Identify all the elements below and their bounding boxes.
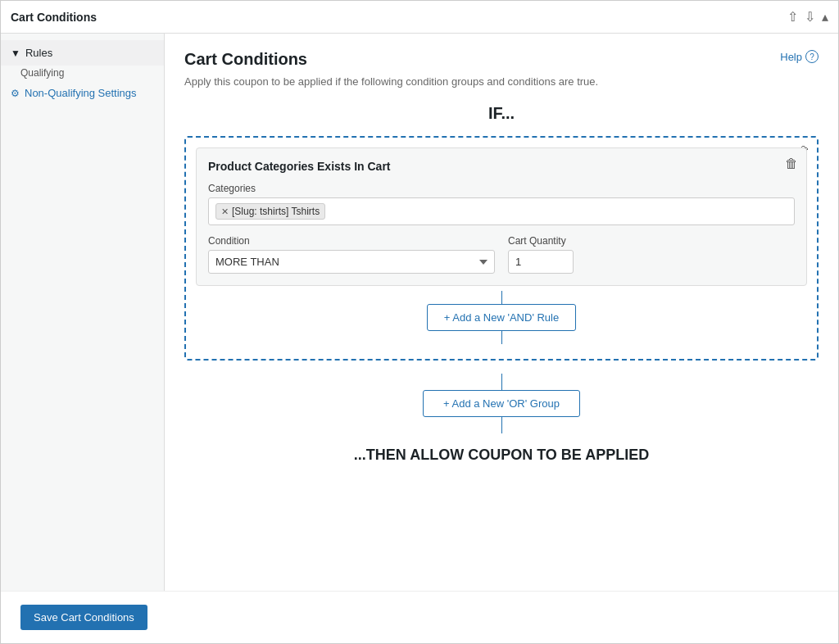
gear-icon: ⚙ xyxy=(11,88,20,99)
arrow-up-icon[interactable]: ⇧ xyxy=(787,9,798,25)
connector-line-top xyxy=(501,291,502,304)
fields-row: Condition MORE THAN LESS THAN EQUAL TO A… xyxy=(208,235,795,274)
sidebar-item-non-qualifying[interactable]: ⚙ Non-Qualifying Settings xyxy=(1,80,164,106)
app-window: Cart Conditions ⇧ ⇩ ▴ ▼ Rules Qualifying… xyxy=(0,0,839,644)
help-link[interactable]: Help ? xyxy=(780,50,819,63)
or-group-connector: + Add a New 'OR' Group xyxy=(184,374,819,433)
tag-remove-icon[interactable]: ✕ xyxy=(221,206,229,217)
add-and-rule-label: + Add a New 'AND' Rule xyxy=(444,311,559,324)
quantity-label: Cart Quantity xyxy=(508,235,795,247)
categories-input[interactable]: ✕ [Slug: tshirts] Tshirts xyxy=(208,197,795,225)
arrow-up-small-icon[interactable]: ▴ xyxy=(822,9,828,25)
condition-label: Condition xyxy=(208,235,495,247)
if-label: IF... xyxy=(184,104,819,123)
window-title: Cart Conditions xyxy=(11,11,97,24)
save-cart-conditions-button[interactable]: Save Cart Conditions xyxy=(20,605,147,630)
or-connector-line-top xyxy=(501,374,502,390)
condition-card-delete-button[interactable]: 🗑 xyxy=(785,156,798,171)
add-or-group-button[interactable]: + Add a New 'OR' Group xyxy=(423,390,580,417)
quantity-field-group: Cart Quantity xyxy=(508,235,795,274)
help-icon: ? xyxy=(805,50,819,63)
description-text: Apply this coupon to be applied if the f… xyxy=(184,75,819,88)
condition-card-title: Product Categories Exists In Cart xyxy=(208,160,795,173)
content-area: Cart Conditions Help ? Apply this coupon… xyxy=(165,34,838,591)
condition-field-group: Condition MORE THAN LESS THAN EQUAL TO A… xyxy=(208,235,495,274)
condition-card: 🗑 Product Categories Exists In Cart Cate… xyxy=(196,147,807,286)
category-tag: ✕ [Slug: tshirts] Tshirts xyxy=(215,203,325,220)
tag-label: [Slug: tshirts] Tshirts xyxy=(232,206,320,217)
help-label: Help xyxy=(780,51,802,63)
categories-label: Categories xyxy=(208,183,795,194)
sidebar-item-rules[interactable]: ▼ Rules xyxy=(1,40,164,66)
sidebar-rules-label: Rules xyxy=(25,47,52,59)
connector-line-bottom xyxy=(501,331,502,344)
page-title: Cart Conditions xyxy=(184,50,307,69)
or-connector-line-bottom xyxy=(501,417,502,433)
condition-group: 🗑 🗑 Product Categories Exists In Cart Ca… xyxy=(184,136,819,361)
qualifying-label[interactable]: Qualifying xyxy=(1,66,164,80)
sidebar: ▼ Rules Qualifying ⚙ Non-Qualifying Sett… xyxy=(1,34,165,591)
sidebar-non-qualifying-label: Non-Qualifying Settings xyxy=(25,87,137,99)
and-connector: + Add a New 'AND' Rule xyxy=(196,291,807,344)
quantity-input[interactable] xyxy=(508,250,574,274)
title-bar: Cart Conditions ⇧ ⇩ ▴ xyxy=(1,1,838,34)
save-section: Save Cart Conditions xyxy=(1,591,838,643)
then-label: ...THEN ALLOW COUPON TO BE APPLIED xyxy=(184,447,819,464)
filter-icon: ▼ xyxy=(11,48,20,59)
condition-select[interactable]: MORE THAN LESS THAN EQUAL TO AT LEAST AT… xyxy=(208,250,495,274)
main-layout: ▼ Rules Qualifying ⚙ Non-Qualifying Sett… xyxy=(1,34,838,591)
arrow-down-icon[interactable]: ⇩ xyxy=(805,9,815,25)
content-header: Cart Conditions Help ? xyxy=(184,50,819,69)
add-or-group-label: + Add a New 'OR' Group xyxy=(443,397,560,410)
add-and-rule-button[interactable]: + Add a New 'AND' Rule xyxy=(427,304,576,331)
window-controls: ⇧ ⇩ ▴ xyxy=(787,9,828,25)
